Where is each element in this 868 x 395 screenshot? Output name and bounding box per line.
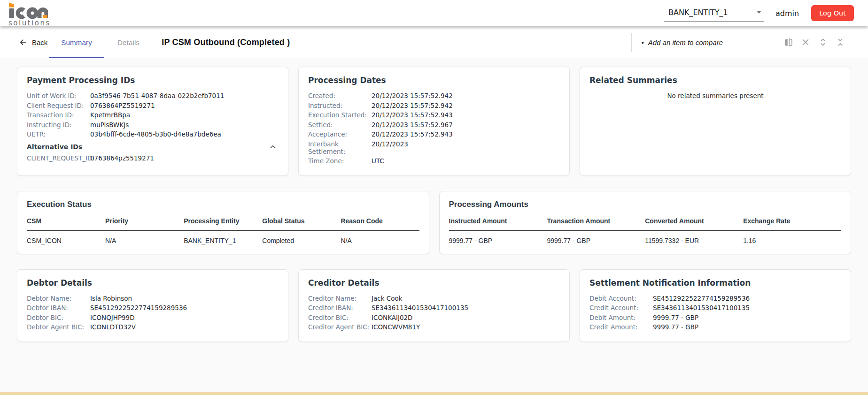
field-row: CLIENT_REQUEST_ID: 0763864pz5519271 bbox=[27, 154, 279, 162]
card-debtor-details: Debtor Details Debtor Name: Isla Robinso… bbox=[17, 269, 288, 342]
field-value: 0763864PZ5519271 bbox=[90, 102, 155, 109]
column-header: Reason Code bbox=[341, 216, 419, 230]
close-icon[interactable] bbox=[800, 37, 811, 47]
field-label: Transaction ID: bbox=[27, 111, 90, 119]
compare-hint: • Add an item to compare bbox=[631, 33, 723, 52]
field-row: Interbank Settlement: 20/12/2023 bbox=[308, 140, 560, 155]
field-row: Execution Started: 20/12/2023 15:57:52.9… bbox=[308, 111, 560, 119]
table-cell: N/A bbox=[105, 230, 184, 245]
column-header: Exchange Rate bbox=[743, 216, 841, 230]
field-value: 9999.77 - GBP bbox=[653, 323, 698, 331]
card-title: Related Summaries bbox=[589, 76, 841, 85]
field-label: Created: bbox=[308, 92, 372, 99]
bullet-icon: • bbox=[641, 38, 643, 46]
field-label: Creditor Name: bbox=[308, 295, 372, 302]
field-row: Credit Amount: 9999.77 - GBP bbox=[589, 323, 841, 331]
column-header: Priority bbox=[105, 216, 184, 230]
field-row: Creditor Name: Jack Cook bbox=[308, 295, 560, 302]
field-label: Settled: bbox=[308, 121, 372, 129]
field-label: Credit Amount: bbox=[589, 323, 653, 331]
table-cell: BANK_ENTITY_1 bbox=[184, 230, 262, 245]
field-value: SE3436113401530417100135 bbox=[653, 304, 750, 311]
card-title: Processing Amounts bbox=[449, 200, 842, 209]
field-value: 03b4bfff-6cde-4805-b3b0-d4e8a7bde6ea bbox=[90, 130, 221, 138]
table-cell: 9999.77 - GBP bbox=[449, 230, 547, 245]
field-label: Client Request ID: bbox=[27, 102, 90, 109]
card-processing-dates: Processing Dates Created: 20/12/2023 15:… bbox=[298, 67, 570, 176]
field-row: Debtor Name: Isla Robinson bbox=[27, 295, 279, 302]
field-row: Time Zone: UTC bbox=[308, 157, 560, 165]
toolbar-right: • Add an item to compare bbox=[631, 33, 845, 52]
column-header: CSM bbox=[27, 216, 105, 230]
unfold-less-icon[interactable] bbox=[835, 37, 845, 47]
chevron-up-icon[interactable] bbox=[268, 142, 278, 152]
field-value: Jack Cook bbox=[372, 295, 403, 302]
field-label: Debit Amount: bbox=[589, 314, 653, 321]
arrow-left-icon bbox=[19, 38, 27, 46]
field-value: 0763864pz5519271 bbox=[90, 154, 154, 162]
app-header: solutions BANK_ENTITY_1 admin Log Out bbox=[0, 0, 868, 26]
table-cell: Completed bbox=[262, 230, 341, 245]
field-value: 20/12/2023 15:57:52.943 bbox=[372, 130, 453, 138]
field-label: Instructed: bbox=[308, 102, 372, 109]
compare-hint-text: Add an item to compare bbox=[648, 38, 723, 46]
field-value: ICONLDTD32V bbox=[90, 323, 136, 331]
field-value: 0a3f9546-7b51-4087-8daa-022b2efb7011 bbox=[90, 92, 224, 99]
toolbar: Back Summary Details IP CSM Outbound (Co… bbox=[0, 26, 868, 58]
card-creditor-details: Creditor Details Creditor Name: Jack Coo… bbox=[298, 269, 570, 342]
field-label: Debtor IBAN: bbox=[27, 304, 90, 311]
card-execution-status: Execution Status CSM Priority Processing… bbox=[17, 191, 429, 254]
field-label: Execution Started: bbox=[308, 111, 372, 119]
field-label: UETR: bbox=[27, 130, 90, 138]
card-processing-amounts: Processing Amounts Instructed Amount Tra… bbox=[439, 191, 852, 254]
tab-details[interactable]: Details bbox=[106, 26, 151, 58]
column-header: Converted Amount bbox=[645, 216, 743, 230]
table-cell: 9999.77 - GBP bbox=[547, 230, 645, 245]
field-row: Debit Account: SE4512922522774159289536 bbox=[589, 295, 841, 302]
column-header: Instructed Amount bbox=[449, 216, 547, 230]
field-value: 9999.77 - GBP bbox=[653, 314, 698, 321]
column-header: Global Status bbox=[262, 216, 341, 230]
field-value: UTC bbox=[372, 157, 384, 165]
field-row: Instructing ID: muPisBWKJs bbox=[27, 121, 279, 129]
user-name: admin bbox=[775, 9, 799, 18]
card-title: Creditor Details bbox=[308, 278, 560, 288]
field-row: Debit Amount: 9999.77 - GBP bbox=[589, 314, 841, 321]
logout-button[interactable]: Log Out bbox=[811, 5, 854, 21]
unfold-more-icon[interactable] bbox=[818, 37, 828, 47]
empty-message: No related summaries present bbox=[589, 92, 841, 99]
field-row: Acceptance: 20/12/2023 15:57:52.943 bbox=[308, 130, 560, 138]
field-label: Interbank Settlement: bbox=[308, 140, 372, 155]
caret-down-icon bbox=[757, 11, 761, 14]
field-label: Acceptance: bbox=[308, 130, 372, 138]
toolbar-icons bbox=[783, 37, 845, 47]
logo-icon-graphic bbox=[8, 2, 48, 19]
field-label: CLIENT_REQUEST_ID: bbox=[27, 154, 90, 162]
alternative-ids-title: Alternative IDs bbox=[27, 143, 82, 151]
entity-select[interactable]: BANK_ENTITY_1 bbox=[664, 5, 764, 22]
field-value: KpetmrBBpa bbox=[90, 111, 130, 119]
back-button[interactable]: Back bbox=[19, 38, 47, 46]
main-content: Payment Processing IDs Unit of Work ID: … bbox=[0, 58, 868, 342]
tab-summary[interactable]: Summary bbox=[49, 26, 104, 58]
field-row: Debtor BIC: ICONQJHP99D bbox=[27, 314, 279, 321]
card-payment-processing-ids: Payment Processing IDs Unit of Work ID: … bbox=[17, 67, 288, 176]
card-title: Settlement Notification Information bbox=[589, 278, 841, 288]
entity-select-value: BANK_ENTITY_1 bbox=[668, 8, 728, 17]
field-row: Transaction ID: KpetmrBBpa bbox=[27, 111, 279, 119]
field-value: SE4512922522774159289536 bbox=[90, 304, 187, 311]
field-row: Unit of Work ID: 0a3f9546-7b51-4087-8daa… bbox=[27, 92, 279, 99]
alternative-ids-section: Alternative IDs bbox=[27, 142, 279, 152]
field-value: ICONCWVM81Y bbox=[372, 323, 420, 331]
page-title: IP CSM Outbound (Completed ) bbox=[162, 38, 290, 47]
compare-icon[interactable] bbox=[783, 37, 793, 47]
field-row: Debtor IBAN: SE4512922522774159289536 bbox=[27, 304, 279, 311]
logo-tagline: solutions bbox=[8, 20, 51, 27]
field-value: muPisBWKJs bbox=[90, 121, 129, 129]
field-row: Credit Account: SE3436113401530417100135 bbox=[589, 304, 841, 311]
field-row: Debtor Agent BIC: ICONLDTD32V bbox=[27, 323, 279, 331]
field-value: 20/12/2023 bbox=[372, 140, 408, 155]
field-label: Instructing ID: bbox=[27, 121, 90, 129]
field-value: 20/12/2023 15:57:52.942 bbox=[372, 102, 453, 109]
field-label: Debtor BIC: bbox=[27, 314, 90, 321]
